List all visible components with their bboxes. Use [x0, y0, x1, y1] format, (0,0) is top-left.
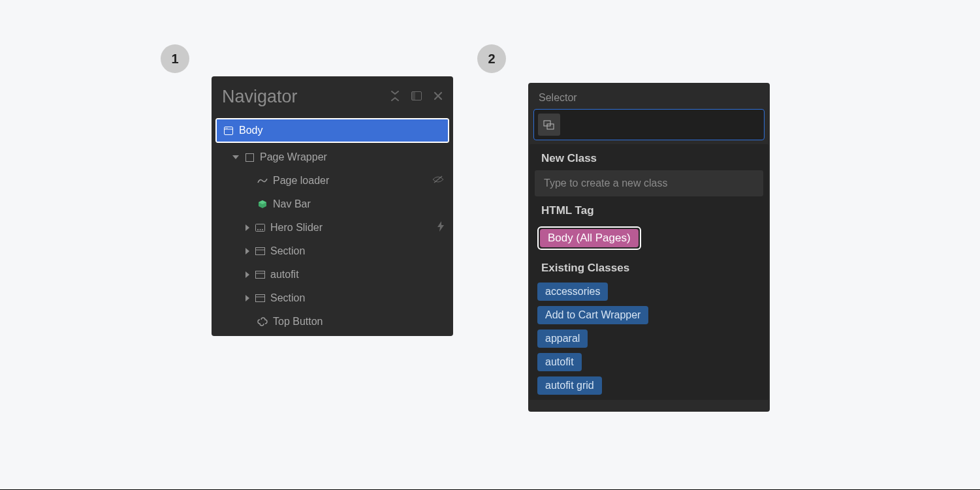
section-icon: [255, 293, 265, 303]
tree-item-nav-bar[interactable]: Nav Bar: [214, 192, 450, 216]
inheritance-icon[interactable]: [538, 114, 560, 136]
svg-rect-14: [255, 271, 264, 279]
navigator-controls: [390, 91, 443, 103]
tree-item-label: Nav Bar: [273, 198, 311, 210]
section-icon: [255, 246, 265, 256]
tree-item-top-button[interactable]: Top Button: [214, 310, 450, 333]
caret-right-icon[interactable]: [245, 224, 249, 231]
container-icon: [244, 152, 255, 162]
step-badge-1: 1: [161, 44, 189, 73]
tree-item-label: Top Button: [273, 316, 323, 328]
close-icon[interactable]: [434, 91, 443, 102]
caret-down-icon[interactable]: [232, 155, 239, 159]
caret-right-icon[interactable]: [245, 271, 249, 278]
selector-label: Selector: [528, 83, 770, 109]
tree-item-label: Section: [270, 245, 305, 257]
interaction-icon[interactable]: [437, 221, 444, 234]
selector-input[interactable]: [533, 109, 765, 140]
hidden-icon[interactable]: [432, 175, 444, 187]
navigator-tree: Body Page Wrapper Page loader Nav Ba: [212, 118, 453, 336]
tree-item-label: Page Wrapper: [260, 151, 327, 163]
svg-rect-12: [255, 248, 264, 255]
tree-item-section-1[interactable]: Section: [214, 239, 450, 263]
html-tag-chip[interactable]: Body (All Pages): [540, 229, 639, 247]
tree-item-label: Body: [239, 125, 262, 136]
class-chip[interactable]: autofit grid: [537, 376, 602, 395]
svg-rect-16: [255, 295, 264, 302]
class-chip[interactable]: Add to Cart Wrapper: [537, 306, 648, 324]
svg-rect-1: [412, 92, 415, 100]
svg-point-4: [225, 127, 226, 128]
existing-classes-list: accessories Add to Cart Wrapper apparal …: [530, 280, 768, 395]
new-class-heading: New Class: [530, 144, 768, 170]
tree-item-page-wrapper[interactable]: Page Wrapper: [214, 145, 450, 169]
html-tag-highlight: Body (All Pages): [537, 226, 641, 250]
lottie-icon: [257, 176, 268, 186]
tree-item-label: Hero Slider: [270, 222, 323, 234]
navigator-panel: Navigator Body Page Wrapper: [212, 76, 453, 336]
navigator-header: Navigator: [212, 76, 453, 117]
new-class-placeholder: Type to create a new class: [544, 177, 667, 189]
tree-item-autofit[interactable]: autofit: [214, 263, 450, 286]
tree-item-body[interactable]: Body: [215, 118, 449, 143]
selector-panel: Selector New Class Type to create a new …: [528, 83, 770, 412]
svg-point-5: [227, 127, 227, 128]
tree-item-page-loader[interactable]: Page loader: [214, 169, 450, 192]
panel-layout-icon[interactable]: [411, 91, 422, 102]
tree-item-section-2[interactable]: Section: [214, 286, 450, 310]
selector-dropdown: New Class Type to create a new class HTM…: [530, 144, 768, 400]
tree-item-label: Section: [270, 292, 305, 304]
tree-item-label: Page loader: [273, 175, 329, 187]
class-chip[interactable]: autofit: [537, 353, 582, 371]
tree-item-label: autofit: [270, 269, 299, 281]
class-chip[interactable]: accessories: [537, 283, 608, 301]
svg-point-9: [257, 229, 259, 230]
link-icon: [257, 316, 268, 327]
svg-rect-6: [245, 153, 253, 161]
collapse-vertical-icon[interactable]: [390, 91, 400, 103]
html-tag-heading: HTML Tag: [530, 196, 768, 222]
navigator-title: Navigator: [222, 87, 298, 107]
component-icon: [257, 199, 268, 209]
svg-point-10: [259, 229, 261, 230]
svg-point-11: [262, 229, 263, 230]
step-badge-2: 2: [477, 44, 506, 73]
slider-icon: [255, 222, 265, 233]
class-chip[interactable]: apparal: [537, 329, 588, 348]
tree-item-hero-slider[interactable]: Hero Slider: [214, 216, 450, 239]
existing-classes-heading: Existing Classes: [530, 254, 768, 280]
new-class-input[interactable]: Type to create a new class: [535, 170, 763, 196]
section-icon: [255, 269, 265, 280]
body-icon: [223, 125, 234, 136]
caret-right-icon[interactable]: [245, 248, 249, 254]
caret-right-icon[interactable]: [245, 295, 249, 301]
